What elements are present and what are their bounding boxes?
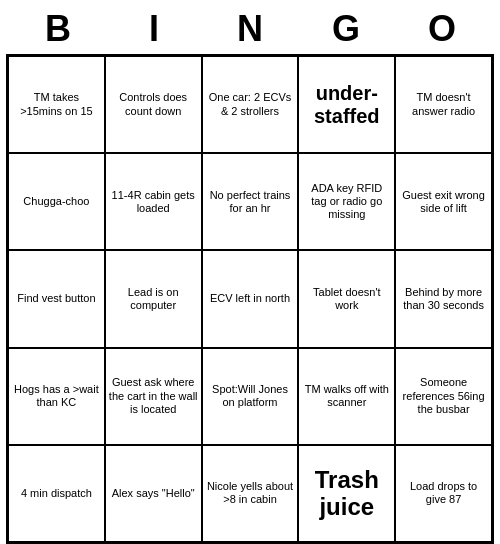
bingo-cell: under-staffed xyxy=(298,56,395,153)
bingo-cell: 4 min dispatch xyxy=(8,445,105,542)
letter-g: G xyxy=(306,8,386,50)
letter-n: N xyxy=(210,8,290,50)
bingo-grid: TM takes >15mins on 15Controls does coun… xyxy=(6,54,494,544)
bingo-cell: Someone references 56ing the busbar xyxy=(395,348,492,445)
bingo-title: B I N G O xyxy=(10,0,490,54)
bingo-cell: Alex says "Hello" xyxy=(105,445,202,542)
bingo-cell: ADA key RFID tag or radio go missing xyxy=(298,153,395,250)
letter-o: O xyxy=(402,8,482,50)
bingo-cell: Behind by more than 30 seconds xyxy=(395,250,492,347)
bingo-cell: TM doesn't answer radio xyxy=(395,56,492,153)
bingo-cell: Load drops to give 87 xyxy=(395,445,492,542)
bingo-cell: Lead is on computer xyxy=(105,250,202,347)
bingo-cell: TM takes >15mins on 15 xyxy=(8,56,105,153)
bingo-cell: 11-4R cabin gets loaded xyxy=(105,153,202,250)
letter-b: B xyxy=(18,8,98,50)
bingo-cell: Find vest button xyxy=(8,250,105,347)
bingo-cell: Guest ask where the cart in the wall is … xyxy=(105,348,202,445)
bingo-cell: Hogs has a >wait than KC xyxy=(8,348,105,445)
bingo-cell: Controls does count down xyxy=(105,56,202,153)
bingo-cell: One car: 2 ECVs & 2 strollers xyxy=(202,56,299,153)
letter-i: I xyxy=(114,8,194,50)
bingo-cell: Guest exit wrong side of lift xyxy=(395,153,492,250)
bingo-cell: Nicole yells about >8 in cabin xyxy=(202,445,299,542)
bingo-cell: Trash juice xyxy=(298,445,395,542)
bingo-cell: TM walks off with scanner xyxy=(298,348,395,445)
bingo-cell: No perfect trains for an hr xyxy=(202,153,299,250)
bingo-cell: Chugga-choo xyxy=(8,153,105,250)
bingo-cell: ECV left in north xyxy=(202,250,299,347)
bingo-cell: Spot:Will Jones on platform xyxy=(202,348,299,445)
bingo-cell: Tablet doesn't work xyxy=(298,250,395,347)
